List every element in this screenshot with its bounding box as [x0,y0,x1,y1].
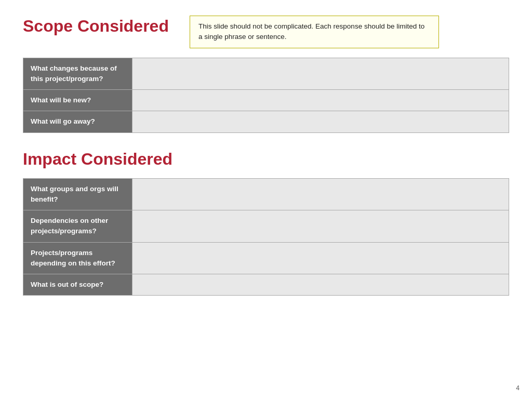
row-label: Projects/programs depending on this effo… [23,242,132,274]
row-value [132,274,509,296]
row-value [132,111,509,132]
table-row: Projects/programs depending on this effo… [23,242,509,274]
row-value [132,178,509,210]
scope-table: What changes because of this project/pro… [23,58,509,133]
table-row: What changes because of this project/pro… [23,58,509,90]
scope-header-row: Scope Considered This slide should not b… [23,16,509,48]
impact-section: Impact Considered What groups and orgs w… [23,150,509,296]
row-label: Dependencies on other projects/programs? [23,210,132,243]
row-label: What is out of scope? [23,274,132,296]
table-row: What is out of scope? [23,274,509,296]
row-value [132,210,509,243]
row-label: What will go away? [23,111,132,132]
row-value [132,242,509,274]
page-number: 4 [516,384,520,392]
impact-title: Impact Considered [23,150,509,169]
row-value [132,58,509,90]
table-row: What groups and orgs will benefit? [23,178,509,210]
scope-title: Scope Considered [23,16,169,36]
table-row: What will be new? [23,90,509,111]
row-value [132,90,509,111]
note-box: This slide should not be complicated. Ea… [190,16,439,48]
table-row: What will go away? [23,111,509,132]
table-row: Dependencies on other projects/programs? [23,210,509,243]
row-label: What groups and orgs will benefit? [23,178,132,210]
impact-table: What groups and orgs will benefit? Depen… [23,178,509,296]
page-content: Scope Considered This slide should not b… [0,0,532,328]
row-label: What will be new? [23,90,132,111]
row-label: What changes because of this project/pro… [23,58,132,90]
